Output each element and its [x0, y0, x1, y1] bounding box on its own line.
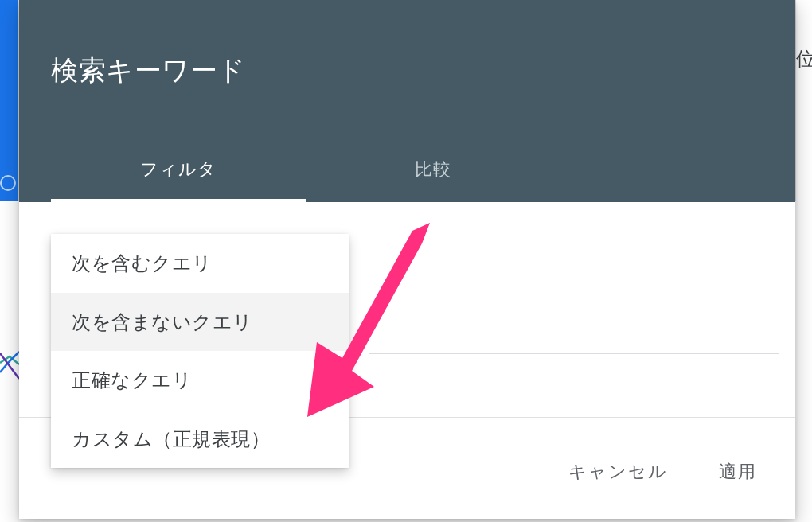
query-type-dropdown[interactable]: 次を含むクエリ 次を含まないクエリ 正確なクエリ カスタム（正規表現）: [51, 234, 349, 468]
option-label: 次を含むクエリ: [72, 252, 213, 274]
apply-button[interactable]: 適用: [712, 450, 763, 493]
bg-sidebar-fragment: [0, 0, 18, 201]
dropdown-option-not-contains[interactable]: 次を含まないクエリ: [51, 293, 349, 352]
tab-label: フィルタ: [140, 158, 217, 181]
option-label: 次を含まないクエリ: [72, 311, 253, 333]
dropdown-option-exact[interactable]: 正確なクエリ: [51, 351, 349, 410]
dropdown-option-contains[interactable]: 次を含むクエリ: [51, 234, 349, 293]
cancel-button[interactable]: キャンセル: [562, 450, 674, 493]
dialog-header: 検索キーワード フィルタ 比較: [19, 0, 795, 202]
dialog-body: 次を含むクエリ 次を含まないクエリ 正確なクエリ カスタム（正規表現） キャンセ…: [19, 202, 795, 519]
option-label: 正確なクエリ: [72, 369, 192, 391]
bg-right-text-fragment: 位: [796, 49, 812, 68]
tab-bar: フィルタ 比較: [51, 137, 560, 202]
bg-help-icon: [0, 175, 16, 191]
option-label: カスタム（正規表現）: [72, 428, 270, 450]
tab-label: 比較: [415, 158, 451, 181]
dialog-title: 検索キーワード: [19, 0, 795, 89]
bg-right-panel-fragment: [796, 0, 812, 522]
input-underline: [369, 353, 779, 354]
dialog-actions: キャンセル 適用: [562, 450, 763, 493]
filter-dialog: 検索キーワード フィルタ 比較 次を含むクエリ 次を含まないクエリ 正確なクエリ…: [19, 0, 795, 519]
dropdown-option-regex[interactable]: カスタム（正規表現）: [51, 410, 349, 469]
tab-compare[interactable]: 比較: [306, 137, 560, 202]
tab-filter[interactable]: フィルタ: [51, 137, 306, 202]
